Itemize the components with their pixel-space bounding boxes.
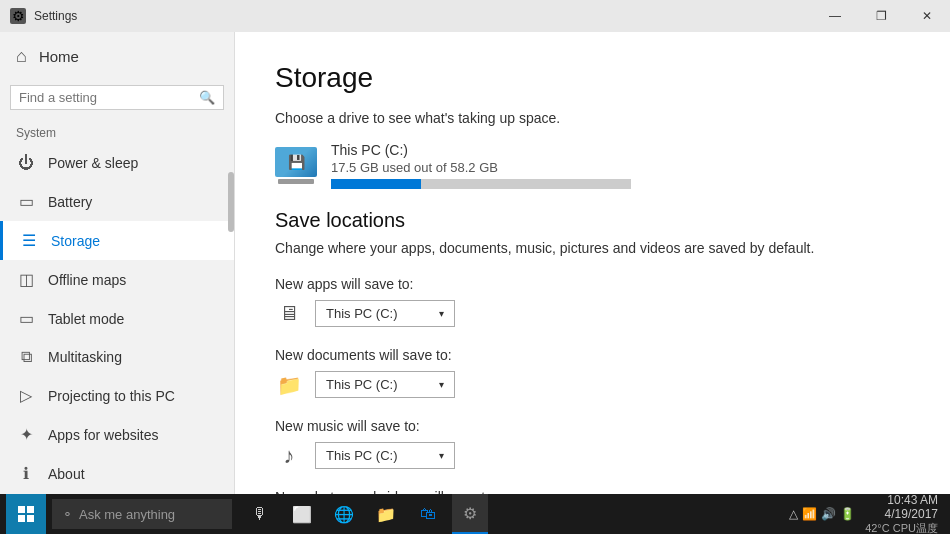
storage-icon: ☰ bbox=[19, 231, 39, 250]
maximize-button[interactable]: ❐ bbox=[858, 0, 904, 32]
about-icon: ℹ bbox=[16, 464, 36, 483]
temp-value: 42°C bbox=[865, 522, 890, 534]
apps-row: 🖥 This PC (C:) ▾ bbox=[275, 300, 910, 327]
nav-label: About bbox=[48, 466, 85, 482]
sidebar-item-tablet-mode[interactable]: ▭ Tablet mode bbox=[0, 299, 234, 338]
nav-label: Battery bbox=[48, 194, 92, 210]
nav-label: Offline maps bbox=[48, 272, 126, 288]
nav-label: Power & sleep bbox=[48, 155, 138, 171]
projecting-icon: ▷ bbox=[16, 386, 36, 405]
clock-time: 10:43 AM bbox=[887, 493, 938, 507]
main-container: ⌂ Home 🔍 System ⏻ Power & sleep ▭ Batter… bbox=[0, 32, 950, 494]
sidebar-home[interactable]: ⌂ Home bbox=[0, 32, 234, 81]
apps-websites-icon: ✦ bbox=[16, 425, 36, 444]
battery-icon: ▭ bbox=[16, 192, 36, 211]
page-title: Storage bbox=[275, 62, 910, 94]
drive-icon: 💾 bbox=[288, 154, 305, 170]
offline-maps-icon: ◫ bbox=[16, 270, 36, 289]
sidebar-item-power-sleep[interactable]: ⏻ Power & sleep bbox=[0, 144, 234, 182]
volume-icon[interactable]: 🔊 bbox=[821, 507, 836, 521]
drive-used: 17.5 GB used out of 58.2 GB bbox=[331, 160, 910, 175]
power-sleep-icon: ⏻ bbox=[16, 154, 36, 172]
edge-icon[interactable]: 🌐 bbox=[326, 494, 362, 534]
content-area: Storage Choose a drive to see what's tak… bbox=[235, 32, 950, 494]
apps-dropdown-value: This PC (C:) bbox=[326, 306, 398, 321]
system-label: System bbox=[0, 120, 234, 144]
taskbar-search-icon: ⚬ bbox=[62, 507, 73, 522]
apps-label: New apps will save to: bbox=[275, 276, 910, 292]
cpu-temp-label: CPU温度 bbox=[893, 522, 938, 534]
home-icon: ⌂ bbox=[16, 46, 27, 67]
svg-rect-2 bbox=[18, 515, 25, 522]
search-box[interactable]: 🔍 bbox=[10, 85, 224, 110]
sidebar: ⌂ Home 🔍 System ⏻ Power & sleep ▭ Batter… bbox=[0, 32, 235, 494]
taskbar-search-box[interactable]: ⚬ Ask me anything bbox=[52, 499, 232, 529]
explorer-icon[interactable]: 📁 bbox=[368, 494, 404, 534]
taskbar-search-text: Ask me anything bbox=[79, 507, 175, 522]
drive-item[interactable]: 💾 This PC (C:) 17.5 GB used out of 58.2 … bbox=[275, 142, 910, 189]
svg-rect-1 bbox=[27, 506, 34, 513]
documents-row: 📁 This PC (C:) ▾ bbox=[275, 371, 910, 398]
search-input[interactable] bbox=[19, 90, 199, 105]
drive-details: This PC (C:) 17.5 GB used out of 58.2 GB bbox=[331, 142, 910, 189]
sidebar-item-projecting[interactable]: ▷ Projecting to this PC bbox=[0, 376, 234, 415]
titlebar: ⚙ Settings — ❐ ✕ bbox=[0, 0, 950, 32]
save-locations-description: Change where your apps, documents, music… bbox=[275, 240, 910, 256]
titlebar-controls: — ❐ ✕ bbox=[812, 0, 950, 32]
drive-bar-fill bbox=[331, 179, 421, 189]
documents-dropdown-value: This PC (C:) bbox=[326, 377, 398, 392]
sidebar-item-about[interactable]: ℹ About bbox=[0, 454, 234, 493]
battery-tray-icon[interactable]: 🔋 bbox=[840, 507, 855, 521]
save-location-documents: New documents will save to: 📁 This PC (C… bbox=[275, 347, 910, 398]
documents-label: New documents will save to: bbox=[275, 347, 910, 363]
sidebar-scrollbar[interactable] bbox=[228, 172, 234, 232]
storage-description: Choose a drive to see what's taking up s… bbox=[275, 110, 910, 126]
titlebar-title: Settings bbox=[34, 9, 77, 23]
network-icon[interactable]: 📶 bbox=[802, 507, 817, 521]
nav-label: Storage bbox=[51, 233, 100, 249]
app-icon: ⚙ bbox=[10, 8, 26, 24]
task-view-icon[interactable]: ⬜ bbox=[284, 494, 320, 534]
music-dropdown-arrow: ▾ bbox=[439, 450, 444, 461]
sidebar-item-battery[interactable]: ▭ Battery bbox=[0, 182, 234, 221]
close-button[interactable]: ✕ bbox=[904, 0, 950, 32]
save-location-apps: New apps will save to: 🖥 This PC (C:) ▾ bbox=[275, 276, 910, 327]
apps-dropdown[interactable]: This PC (C:) ▾ bbox=[315, 300, 455, 327]
temp-display: 42°C CPU温度 bbox=[865, 521, 938, 535]
tray-chevron[interactable]: △ bbox=[789, 507, 798, 521]
music-row: ♪ This PC (C:) ▾ bbox=[275, 442, 910, 469]
apps-dropdown-arrow: ▾ bbox=[439, 308, 444, 319]
tablet-icon: ▭ bbox=[16, 309, 36, 328]
sidebar-item-apps-websites[interactable]: ✦ Apps for websites bbox=[0, 415, 234, 454]
multitasking-icon: ⧉ bbox=[16, 348, 36, 366]
store-icon[interactable]: 🛍 bbox=[410, 494, 446, 534]
drive-bar-background bbox=[331, 179, 631, 189]
svg-rect-3 bbox=[27, 515, 34, 522]
cortana-icon[interactable]: 🎙 bbox=[242, 494, 278, 534]
save-location-music: New music will save to: ♪ This PC (C:) ▾ bbox=[275, 418, 910, 469]
tray-icons: △ 📶 🔊 🔋 bbox=[789, 507, 855, 521]
music-dropdown[interactable]: This PC (C:) ▾ bbox=[315, 442, 455, 469]
svg-rect-0 bbox=[18, 506, 25, 513]
documents-icon: 📁 bbox=[275, 373, 303, 397]
system-tray: △ 📶 🔊 🔋 10:43 AM 4/19/2017 42°C CPU温度 bbox=[789, 493, 938, 535]
nav-label: Projecting to this PC bbox=[48, 388, 175, 404]
sidebar-item-multitasking[interactable]: ⧉ Multitasking bbox=[0, 338, 234, 376]
minimize-button[interactable]: — bbox=[812, 0, 858, 32]
titlebar-left: ⚙ Settings bbox=[10, 8, 77, 24]
documents-dropdown-arrow: ▾ bbox=[439, 379, 444, 390]
taskbar-icons: 🎙 ⬜ 🌐 📁 🛍 ⚙ bbox=[242, 494, 488, 534]
search-icon: 🔍 bbox=[199, 90, 215, 105]
nav-label: Apps for websites bbox=[48, 427, 159, 443]
start-button[interactable] bbox=[6, 494, 46, 534]
sidebar-item-storage[interactable]: ☰ Storage bbox=[0, 221, 234, 260]
documents-dropdown[interactable]: This PC (C:) ▾ bbox=[315, 371, 455, 398]
taskbar: ⚬ Ask me anything 🎙 ⬜ 🌐 📁 🛍 ⚙ △ 📶 🔊 🔋 10… bbox=[0, 494, 950, 534]
save-locations-title: Save locations bbox=[275, 209, 910, 232]
taskbar-right: △ 📶 🔊 🔋 10:43 AM 4/19/2017 42°C CPU温度 bbox=[789, 493, 944, 535]
settings-icon[interactable]: ⚙ bbox=[452, 494, 488, 534]
apps-icon: 🖥 bbox=[275, 302, 303, 325]
clock-date: 4/19/2017 bbox=[885, 507, 938, 521]
sidebar-item-offline-maps[interactable]: ◫ Offline maps bbox=[0, 260, 234, 299]
drive-name: This PC (C:) bbox=[331, 142, 910, 158]
